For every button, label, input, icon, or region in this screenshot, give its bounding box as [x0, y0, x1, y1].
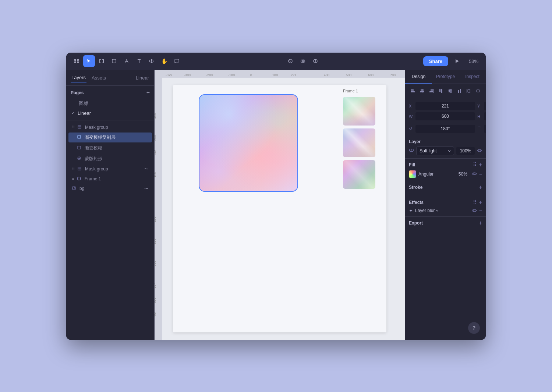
- y-input[interactable]: [484, 102, 486, 110]
- w-input[interactable]: [415, 112, 475, 120]
- export-add-button[interactable]: +: [479, 220, 482, 226]
- opacity-input[interactable]: [456, 147, 475, 155]
- layer-grad-copy[interactable]: 渐变模糊复制层: [68, 133, 152, 142]
- handle-tr[interactable]: [296, 94, 298, 97]
- blend-mode-select[interactable]: Soft light: [416, 146, 454, 155]
- canvas-area[interactable]: -379 -300 -200 -100 0 100 221 400 500 60…: [155, 70, 405, 340]
- zoom-level[interactable]: 53%: [466, 57, 481, 66]
- distribute-v-button[interactable]: [474, 87, 482, 95]
- ruler-horizontal: -379 -300 -200 -100 0 100 221 400 500 60…: [155, 70, 405, 78]
- handle-br[interactable]: [296, 189, 298, 192]
- align-right-button[interactable]: [428, 87, 435, 95]
- distribute-h-button[interactable]: [465, 87, 473, 95]
- svg-rect-45: [460, 89, 461, 93]
- layer-visibility-button[interactable]: [477, 148, 482, 153]
- hand-tool[interactable]: ✋: [158, 55, 170, 67]
- tab-layers[interactable]: Layers: [71, 73, 86, 82]
- handle-tl[interactable]: [199, 94, 201, 97]
- effects-add-button[interactable]: +: [479, 199, 482, 206]
- frame-thumb-1[interactable]: [343, 97, 375, 126]
- theme-tool-center[interactable]: [309, 55, 321, 67]
- h-input[interactable]: [484, 112, 486, 120]
- toolbar-right: Share 53%: [423, 55, 481, 67]
- corner-input[interactable]: [484, 125, 486, 133]
- alignment-row: [405, 84, 486, 98]
- comment-tool[interactable]: [171, 55, 183, 67]
- tab-linear[interactable]: Linear: [135, 74, 150, 82]
- layer-label-grad: 渐变模糊: [85, 145, 102, 151]
- svg-rect-16: [78, 135, 81, 138]
- shape-tool[interactable]: [108, 55, 120, 67]
- layer-bg[interactable]: bg 〜: [68, 184, 152, 193]
- share-button[interactable]: Share: [423, 56, 448, 66]
- layer-mask-rect[interactable]: 蒙版矩形: [68, 154, 152, 164]
- tab-prototype[interactable]: Prototype: [432, 70, 459, 84]
- rotation-input[interactable]: [415, 125, 475, 133]
- effect-visibility-button[interactable]: [472, 208, 477, 213]
- layer-group-icon-2: [78, 167, 83, 171]
- svg-rect-47: [468, 89, 470, 92]
- svg-rect-44: [458, 90, 459, 93]
- layer-mask-group-2[interactable]: ⠿ Mask group 〜: [68, 165, 152, 174]
- svg-rect-25: [77, 177, 78, 180]
- mask-tool-center[interactable]: [284, 55, 296, 67]
- layer-section-header: Layer: [409, 139, 482, 144]
- ruler-vertical: -400 -300 -243 -100 0 100 200 300 357 60…: [155, 78, 162, 340]
- layer-mask-group-1[interactable]: ⠿ Mask group: [68, 123, 152, 132]
- effects-section-title: Effects: [409, 200, 424, 205]
- selected-element[interactable]: 600 × 600: [199, 94, 298, 192]
- fill-visibility-button[interactable]: [472, 171, 477, 177]
- stroke-add-button[interactable]: +: [479, 184, 482, 191]
- svg-rect-3: [77, 61, 79, 63]
- fill-opacity-input[interactable]: [456, 172, 470, 177]
- layer-frame1[interactable]: ≡ Frame 1: [68, 174, 152, 183]
- frame-thumb-2[interactable]: [343, 128, 375, 157]
- page-item-2[interactable]: ✓ Linear: [66, 109, 154, 118]
- align-left-button[interactable]: [409, 87, 417, 95]
- page-item-1[interactable]: 图标: [66, 98, 154, 109]
- components-tool[interactable]: [146, 55, 158, 67]
- fill-add-button[interactable]: +: [479, 162, 482, 168]
- align-center-v-button[interactable]: [446, 87, 454, 95]
- frame-tool[interactable]: [96, 55, 107, 67]
- text-tool[interactable]: T: [133, 55, 145, 67]
- svg-rect-38: [439, 89, 440, 92]
- w-field-group: W: [409, 112, 475, 120]
- x-input[interactable]: [415, 102, 475, 110]
- help-button[interactable]: ?: [468, 322, 480, 334]
- layer-bg-visibility[interactable]: 〜: [144, 186, 148, 191]
- align-center-h-button[interactable]: [418, 87, 426, 95]
- align-bottom-button[interactable]: [456, 87, 463, 95]
- frame-thumbnails: Frame 1: [343, 89, 375, 189]
- frame-thumb-3[interactable]: [343, 160, 375, 189]
- select-tool[interactable]: [83, 55, 95, 67]
- add-page-button[interactable]: +: [146, 89, 150, 96]
- svg-point-28: [74, 187, 75, 188]
- blend-mode-value: Soft light: [420, 148, 437, 153]
- tab-assets[interactable]: Assets: [91, 74, 107, 82]
- layer-visibility-icon[interactable]: 〜: [144, 166, 148, 172]
- svg-rect-20: [78, 167, 81, 170]
- effect-remove-button[interactable]: −: [479, 208, 482, 213]
- layer-frame-icon: [77, 177, 82, 181]
- fill-section: Fill ⠿ + Angular −: [405, 158, 486, 181]
- tab-design[interactable]: Design: [405, 70, 432, 84]
- fill-remove-button[interactable]: −: [479, 172, 482, 177]
- layer-rect-icon-1: [77, 135, 82, 140]
- layer-grad[interactable]: 渐变模糊: [68, 143, 152, 153]
- fill-color-swatch[interactable]: [409, 170, 416, 178]
- fill-reorder-icon[interactable]: ⠿: [473, 162, 477, 168]
- play-button[interactable]: [451, 55, 463, 67]
- bool-tool-center[interactable]: [297, 55, 309, 67]
- menu-tool[interactable]: [71, 55, 82, 67]
- blur-icon: ✦: [409, 208, 413, 213]
- handle-bl[interactable]: [199, 189, 201, 192]
- align-top-button[interactable]: [437, 87, 445, 95]
- svg-rect-46: [457, 93, 462, 93]
- corner-field-group: ⌒: [477, 125, 486, 133]
- fill-row: Angular −: [409, 170, 482, 178]
- effects-reorder-icon[interactable]: ⠿: [473, 199, 477, 206]
- svg-point-61: [474, 173, 475, 174]
- pen-tool[interactable]: [121, 55, 132, 67]
- tab-inspect[interactable]: Inspect: [459, 70, 486, 84]
